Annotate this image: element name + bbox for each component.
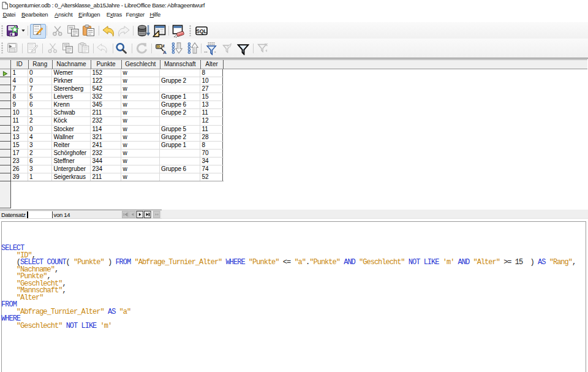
svg-text:SQL: SQL bbox=[196, 28, 206, 34]
svg-text:A: A bbox=[163, 50, 167, 55]
svg-text:z: z bbox=[162, 43, 165, 48]
